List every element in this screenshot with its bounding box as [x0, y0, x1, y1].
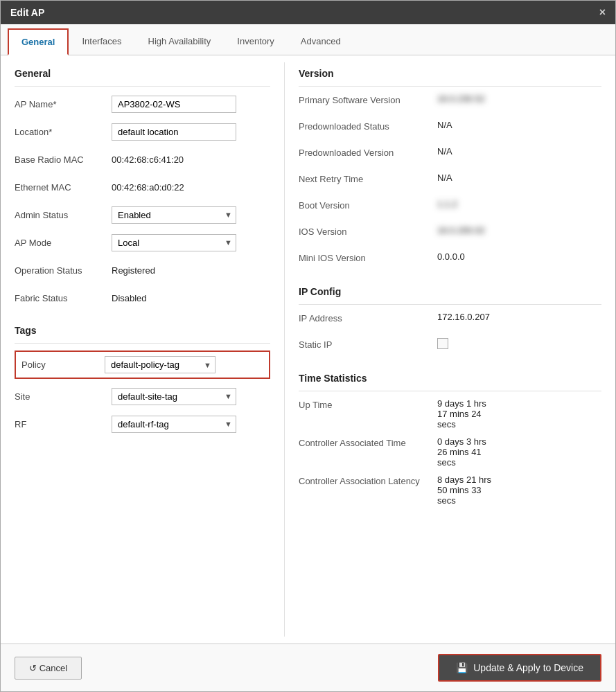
controller-association-latency-value: 8 days 21 hrs50 mins 33secs [437, 474, 491, 506]
next-retry-time-label: Next Retry Time [299, 172, 437, 184]
cancel-button[interactable]: ↺ Cancel [15, 657, 82, 680]
time-stats-section: Time Statistics Up Time 9 days 1 hrs17 m… [299, 367, 601, 506]
static-ip-checkbox[interactable] [437, 338, 448, 349]
tags-section: Tags Policy default-policy-tag ▼ Site [15, 319, 270, 434]
admin-status-label: Admin Status [15, 210, 112, 220]
tab-bar: General Interfaces High Availability Inv… [1, 24, 615, 55]
base-radio-mac-value: 00:42:68:c6:41:20 [112, 154, 184, 165]
controller-associated-time-row: Controller Associated Time 0 days 3 hrs2… [299, 436, 601, 468]
site-select[interactable]: default-site-tag [112, 388, 236, 405]
controller-associated-time-value: 0 days 3 hrs26 mins 41secs [437, 436, 486, 468]
location-label: Location* [15, 127, 112, 137]
ap-mode-select[interactable]: Local FlexConnect Monitor [112, 234, 236, 251]
ip-config-section-title: IP Config [299, 281, 601, 305]
predownloaded-version-value: N/A [437, 146, 452, 157]
next-retry-time-value: N/A [437, 172, 452, 183]
general-section-title: General [15, 62, 270, 87]
time-stats-section-title: Time Statistics [299, 367, 601, 391]
save-icon: 💾 [456, 662, 468, 673]
ap-name-label: AP Name* [15, 99, 112, 109]
dialog-titlebar: Edit AP × [1, 1, 615, 24]
ip-config-section: IP Config IP Address 172.16.0.207 Static… [299, 281, 601, 357]
cancel-icon: ↺ [29, 663, 37, 673]
operation-status-value: Registered [112, 265, 155, 276]
policy-label: Policy [21, 360, 105, 370]
rf-row: RF default-rf-tag ▼ [15, 414, 270, 434]
rf-select-wrapper: default-rf-tag ▼ [112, 416, 236, 433]
predownloaded-status-value: N/A [437, 120, 452, 130]
base-radio-mac-label: Base Radio MAC [15, 154, 112, 165]
policy-row: Policy default-policy-tag ▼ [15, 351, 270, 379]
ap-name-input[interactable] [112, 96, 236, 113]
predownloaded-status-row: Predownloaded Status N/A [299, 120, 601, 139]
location-input[interactable] [112, 123, 236, 141]
admin-status-row: Admin Status Enabled Disabled ▼ [15, 204, 270, 225]
tab-advanced[interactable]: Advanced [288, 28, 354, 55]
controller-associated-time-label: Controller Associated Time [299, 436, 437, 448]
tab-inventory[interactable]: Inventory [224, 28, 287, 55]
rf-label: RF [15, 419, 112, 429]
tab-general[interactable]: General [8, 28, 69, 55]
cancel-label: Cancel [39, 663, 67, 673]
primary-sw-version-label: Primary Software Version [299, 94, 437, 105]
ethernet-mac-row: Ethernet MAC 00:42:68:a0:d0:22 [15, 177, 270, 197]
ios-version-row: IOS Version 16.0.200.02 [299, 225, 601, 245]
policy-select-wrapper: default-policy-tag ▼ [105, 356, 215, 373]
dialog-title: Edit AP [10, 7, 44, 18]
update-label: Update & Apply to Device [473, 662, 583, 673]
predownloaded-version-label: Predownloaded Version [299, 146, 437, 158]
admin-status-select-wrapper: Enabled Disabled ▼ [112, 206, 236, 224]
content-area: General AP Name* Location* Base Radio MA… [1, 55, 615, 644]
ethernet-mac-label: Ethernet MAC [15, 182, 112, 193]
controller-association-latency-label: Controller Association Latency [299, 474, 437, 486]
operation-status-label: Operation Status [15, 265, 112, 276]
ip-address-value: 172.16.0.207 [437, 312, 490, 322]
tab-interfaces[interactable]: Interfaces [69, 28, 134, 55]
ethernet-mac-value: 00:42:68:a0:d0:22 [112, 182, 184, 193]
ap-mode-select-wrapper: Local FlexConnect Monitor ▼ [112, 234, 236, 251]
site-label: Site [15, 391, 112, 402]
primary-sw-version-row: Primary Software Version 16.0.230.52 [299, 94, 601, 113]
rf-select[interactable]: default-rf-tag [112, 416, 236, 433]
fabric-status-label: Fabric Status [15, 293, 112, 303]
ap-name-row: AP Name* [15, 94, 270, 114]
site-select-wrapper: default-site-tag ▼ [112, 388, 236, 405]
ip-address-row: IP Address 172.16.0.207 [299, 312, 601, 331]
boot-version-value: 1.1.2 [437, 199, 457, 209]
admin-status-select[interactable]: Enabled Disabled [112, 206, 236, 224]
mini-ios-version-row: Mini IOS Version 0.0.0.0 [299, 251, 601, 271]
mini-ios-version-label: Mini IOS Version [299, 251, 437, 263]
fabric-status-value: Disabled [112, 293, 147, 303]
ios-version-label: IOS Version [299, 225, 437, 237]
static-ip-row: Static IP [299, 338, 601, 357]
site-row: Site default-site-tag ▼ [15, 386, 270, 407]
operation-status-row: Operation Status Registered [15, 260, 270, 281]
up-time-row: Up Time 9 days 1 hrs17 mins 24secs [299, 398, 601, 429]
boot-version-row: Boot Version 1.1.2 [299, 199, 601, 218]
ap-mode-label: AP Mode [15, 238, 112, 248]
left-panel: General AP Name* Location* Base Radio MA… [1, 62, 285, 637]
controller-association-latency-row: Controller Association Latency 8 days 21… [299, 474, 601, 506]
static-ip-label: Static IP [299, 338, 437, 350]
tab-high-availability[interactable]: High Availability [135, 28, 225, 55]
up-time-label: Up Time [299, 398, 437, 410]
policy-select[interactable]: default-policy-tag [105, 356, 215, 373]
version-section-title: Version [299, 62, 601, 87]
update-apply-button[interactable]: 💾 Update & Apply to Device [438, 654, 601, 682]
predownloaded-version-row: Predownloaded Version N/A [299, 146, 601, 166]
next-retry-time-row: Next Retry Time N/A [299, 172, 601, 192]
ap-mode-row: AP Mode Local FlexConnect Monitor ▼ [15, 232, 270, 253]
fabric-status-row: Fabric Status Disabled [15, 287, 270, 308]
location-row: Location* [15, 121, 270, 142]
mini-ios-version-value: 0.0.0.0 [437, 251, 465, 262]
up-time-value: 9 days 1 hrs17 mins 24secs [437, 398, 486, 429]
predownloaded-status-label: Predownloaded Status [299, 120, 437, 132]
primary-sw-version-value: 16.0.230.52 [437, 94, 485, 104]
ios-version-value: 16.0.200.02 [437, 225, 485, 236]
close-button[interactable]: × [599, 6, 606, 19]
base-radio-mac-row: Base Radio MAC 00:42:68:c6:41:20 [15, 149, 270, 170]
dialog-footer: ↺ Cancel 💾 Update & Apply to Device [1, 644, 615, 691]
edit-ap-dialog: Edit AP × General Interfaces High Availa… [0, 0, 616, 692]
tags-section-title: Tags [15, 319, 270, 344]
boot-version-label: Boot Version [299, 199, 437, 211]
